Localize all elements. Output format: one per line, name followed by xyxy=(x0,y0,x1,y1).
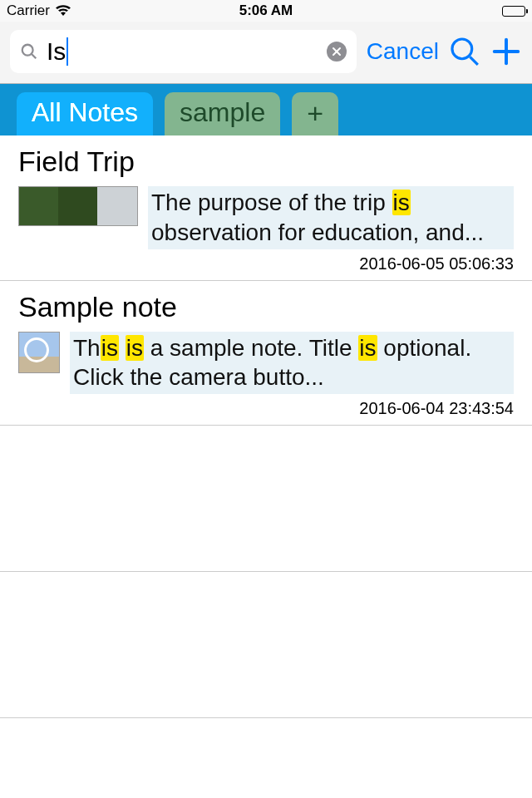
note-body: This is a sample note. Title is optional… xyxy=(18,332,514,395)
status-left: Carrier xyxy=(7,2,71,19)
note-timestamp: 2016-06-05 05:06:33 xyxy=(18,254,514,273)
clear-search-button[interactable] xyxy=(327,42,347,62)
search-field-wrap[interactable]: Is xyxy=(10,30,357,73)
search-highlight: is xyxy=(126,335,144,361)
note-item[interactable]: Sample note This is a sample note. Title… xyxy=(0,281,532,426)
thumbnail-shape xyxy=(24,337,49,362)
tabs-row: All Notes sample + xyxy=(0,84,532,135)
empty-row xyxy=(0,426,532,572)
tab-sample[interactable]: sample xyxy=(165,92,280,135)
note-body: The purpose of the trip is observation f… xyxy=(18,186,514,249)
search-highlight: is xyxy=(392,190,411,215)
notes-list: Field Trip The purpose of the trip is ob… xyxy=(0,135,532,718)
note-excerpt: The purpose of the trip is observation f… xyxy=(148,186,514,249)
add-note-icon[interactable] xyxy=(490,36,522,67)
search-button-icon[interactable] xyxy=(449,36,480,67)
status-right xyxy=(502,6,525,17)
note-thumbnail xyxy=(18,332,60,373)
close-icon xyxy=(332,47,342,57)
svg-line-1 xyxy=(32,54,37,59)
status-bar: Carrier 5:06 AM xyxy=(0,0,532,22)
svg-point-0 xyxy=(22,45,33,56)
search-highlight: is xyxy=(101,335,119,361)
svg-point-4 xyxy=(452,39,472,59)
tab-all-notes[interactable]: All Notes xyxy=(17,92,153,135)
note-thumbnail xyxy=(18,186,138,226)
search-input[interactable]: Is xyxy=(47,37,318,66)
note-item[interactable]: Field Trip The purpose of the trip is ob… xyxy=(0,135,532,281)
clock: 5:06 AM xyxy=(239,2,293,19)
wifi-icon xyxy=(55,5,71,17)
note-timestamp: 2016-06-04 23:43:54 xyxy=(18,399,514,418)
cancel-button[interactable]: Cancel xyxy=(367,38,439,65)
svg-line-5 xyxy=(470,57,478,64)
search-input-value: Is xyxy=(47,37,66,66)
text-cursor xyxy=(66,37,68,66)
note-title: Sample note xyxy=(18,291,514,323)
note-excerpt: This is a sample note. Title is optional… xyxy=(70,332,514,395)
empty-row xyxy=(0,572,532,718)
note-title: Field Trip xyxy=(18,145,514,178)
search-highlight: is xyxy=(358,335,377,361)
tab-add-button[interactable]: + xyxy=(292,92,338,135)
carrier-label: Carrier xyxy=(7,2,50,19)
battery-icon xyxy=(502,6,525,17)
search-icon xyxy=(20,42,38,61)
toolbar: Is Cancel xyxy=(0,22,532,84)
